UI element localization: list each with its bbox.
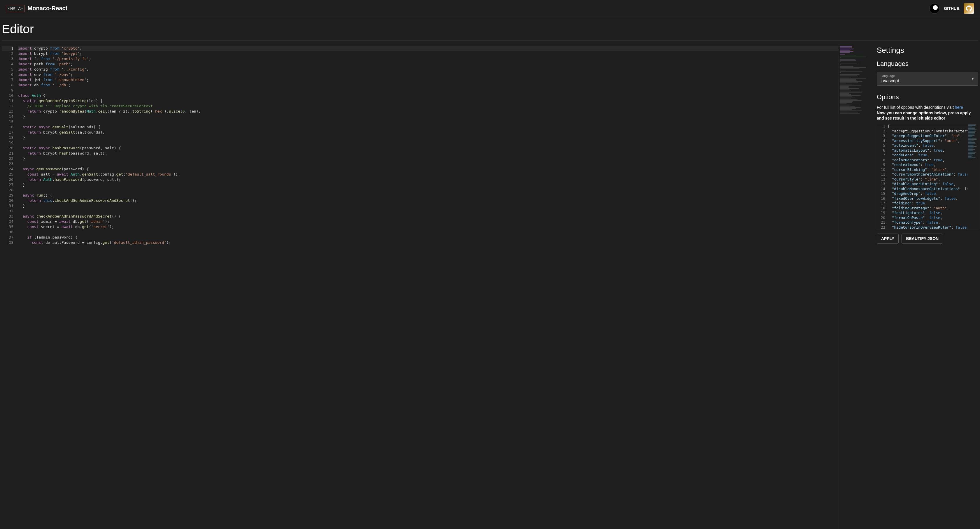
options-heading: Options	[877, 93, 978, 101]
chevron-down-icon: ▼	[971, 77, 974, 81]
language-value: javascript	[881, 78, 974, 83]
divider	[2, 40, 978, 41]
theme-toggle-icon[interactable]	[929, 3, 940, 14]
language-select[interactable]: Language javascript ▼	[877, 72, 978, 86]
options-instructions: Now you can change options below, press …	[877, 110, 978, 121]
options-json-editor[interactable]: 12345678910111213141516171819202122 { "a…	[877, 124, 978, 229]
app-title: Monaco-React	[28, 5, 68, 12]
apply-button[interactable]: APPLY	[877, 234, 899, 243]
logo-badge: <MR />	[6, 5, 25, 12]
main-editor[interactable]: 1234567891011121314151617181920212223242…	[2, 46, 870, 529]
editor-body[interactable]: import crypto from 'crypto';import bcryp…	[18, 46, 838, 529]
options-hint-text: For full list of options with descriptio…	[877, 105, 955, 110]
languages-heading: Languages	[877, 60, 978, 68]
settings-buttons: APPLY BEAUTIFY JSON	[877, 234, 978, 243]
app-header: <MR /> Monaco-React GITHUB	[0, 0, 980, 17]
json-minimap[interactable]	[967, 124, 978, 229]
header-right: GITHUB	[929, 3, 974, 14]
settings-panel: Settings Languages Language javascript ▼…	[870, 46, 978, 529]
json-gutter: 12345678910111213141516171819202122	[877, 124, 888, 229]
settings-heading: Settings	[877, 46, 978, 55]
options-hint: For full list of options with descriptio…	[877, 105, 978, 110]
github-avatar-icon[interactable]	[964, 3, 974, 14]
options-here-link[interactable]: here	[955, 105, 963, 110]
editor-gutter: 1234567891011121314151617181920212223242…	[2, 46, 18, 529]
editor-minimap[interactable]	[838, 46, 870, 529]
beautify-json-button[interactable]: BEAUTIFY JSON	[902, 234, 943, 243]
language-field-label: Language	[881, 74, 974, 78]
page-title: Editor	[0, 17, 980, 38]
github-link[interactable]: GITHUB	[944, 6, 959, 11]
json-body[interactable]: { "acceptSuggestionOnCommitCharacter" "a…	[888, 124, 967, 229]
header-left: <MR /> Monaco-React	[6, 5, 67, 12]
main-layout: 1234567891011121314151617181920212223242…	[0, 46, 980, 529]
